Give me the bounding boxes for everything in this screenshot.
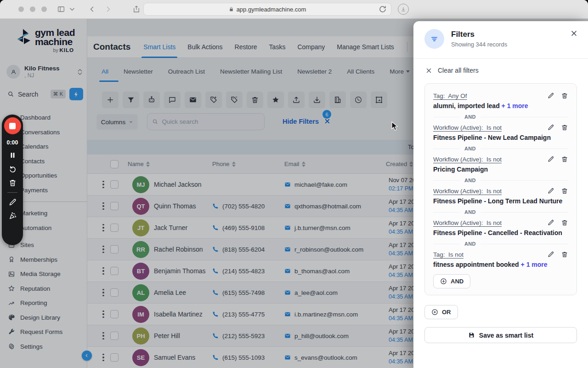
filter-item: Workflow (Active): Is notPricing Campaig… [433,153,568,174]
filter-item: Tag: Is notfitness appointment booked + … [433,248,568,269]
filter-value: Fitness Pipeline - Long Term Lead Nurtur… [433,197,568,205]
save-icon [468,332,475,339]
filter-group-card: Tag: Any Ofalumni, imported lead + 1 mor… [424,83,577,295]
share-icon[interactable] [132,5,141,13]
add-and-condition-button[interactable]: AND [433,274,470,288]
restart-recording-icon[interactable] [8,165,17,173]
filter-item: Workflow (Active): Is notFitness Pipelin… [433,185,568,206]
and-separator: AND [433,114,568,120]
downloads-icon[interactable] [398,4,409,15]
plus-circle-icon [431,309,438,316]
filters-panel: Filters Showing 344 records Clear all fi… [413,21,588,368]
filter-label[interactable]: Tag: Is not [433,251,464,258]
delete-recording-icon[interactable] [8,178,17,187]
delete-filter-icon[interactable] [561,155,568,163]
delete-filter-icon[interactable] [561,219,568,226]
edit-filter-icon[interactable] [547,124,554,131]
edit-filter-icon[interactable] [547,251,554,258]
back-icon[interactable] [88,5,96,13]
filter-value: Fitness Pipeline - New Lead Campaign [433,134,568,141]
draw-tool-icon[interactable] [8,198,17,207]
screen-recorder-widget: 0:00 [2,115,23,245]
refresh-icon[interactable] [379,5,387,13]
filter-label[interactable]: Workflow (Active): Is not [433,124,502,131]
plus-circle-icon [440,278,447,285]
clear-all-filters-button[interactable]: Clear all filters [413,59,588,80]
more-values-link[interactable]: + 1 more [502,102,528,109]
save-as-smart-list-button[interactable]: Save as smart list [424,327,577,343]
address-bar[interactable]: app.gymleadmachine.com [143,3,391,16]
filter-value: Pricing Campaign [433,166,568,173]
filter-label[interactable]: Tag: Any Of [433,92,467,99]
add-or-condition-button[interactable]: OR [424,305,458,319]
more-values-link[interactable]: + 1 more [521,261,548,268]
sidebar-toggle-icon[interactable] [57,5,65,13]
edit-filter-icon[interactable] [547,92,554,99]
filter-item: Workflow (Active): Is notFitness Pipelin… [433,217,568,237]
lock-icon [229,6,234,12]
stop-recording-button[interactable] [4,117,21,134]
chevron-down-icon[interactable] [68,5,76,13]
close-panel-icon[interactable] [570,29,578,39]
filter-value: alumni, imported lead + 1 more [433,102,568,109]
delete-filter-icon[interactable] [561,92,568,99]
panel-title: Filters [451,30,507,39]
forward-icon[interactable] [104,5,112,13]
and-separator: AND [433,209,568,215]
filter-value: Fitness Pipeline - Cancelled - Reactivat… [433,229,568,236]
and-separator: AND [433,241,568,247]
filter-value: fitness appointment booked + 1 more [433,261,568,268]
and-separator: AND [433,178,568,183]
filter-label[interactable]: Workflow (Active): Is not [433,219,502,226]
browser-chrome: app.gymleadmachine.com [0,0,588,19]
delete-filter-icon[interactable] [561,251,568,258]
mouse-cursor [391,121,399,132]
filter-item: Workflow (Active): Is notFitness Pipelin… [433,121,568,142]
url-text: app.gymleadmachine.com [237,6,306,13]
edit-filter-icon[interactable] [547,155,554,163]
filter-item: Tag: Any Ofalumni, imported lead + 1 mor… [433,90,568,110]
close-icon [425,67,432,74]
pause-recording-icon[interactable] [8,151,17,160]
filter-label[interactable]: Workflow (Active): Is not [433,156,502,163]
delete-filter-icon[interactable] [561,124,568,131]
filters-icon [424,29,444,49]
filter-label[interactable]: Workflow (Active): Is not [433,188,502,195]
delete-filter-icon[interactable] [561,187,568,195]
recording-timer: 0:00 [6,139,18,146]
edit-filter-icon[interactable] [547,219,554,226]
browser-window: app.gymleadmachine.com [0,0,588,368]
edit-filter-icon[interactable] [547,187,554,195]
effects-tool-icon[interactable] [8,212,17,220]
records-count: Showing 344 records [451,41,507,48]
and-separator: AND [433,146,568,151]
traffic-lights[interactable] [18,6,47,12]
